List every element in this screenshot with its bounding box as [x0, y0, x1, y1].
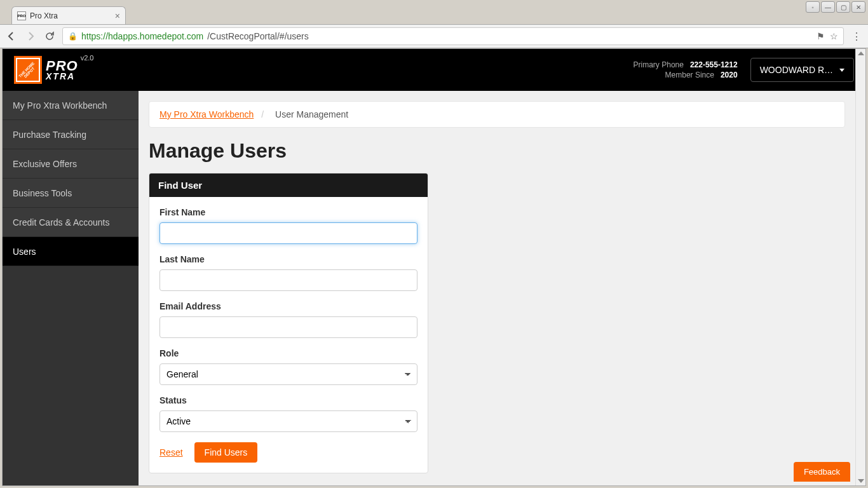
reload-button[interactable] — [43, 30, 56, 43]
forward-button[interactable] — [24, 30, 37, 43]
primary-phone-value: 222-555-1212 — [690, 60, 738, 69]
sidebar-item-label: My Pro Xtra Workbench — [13, 100, 107, 111]
breadcrumb-current: User Management — [275, 109, 348, 119]
breadcrumb-root-link[interactable]: My Pro Xtra Workbench — [159, 109, 254, 119]
address-bar-row: 🔒 https://hdapps.homedepot.com/CustRecog… — [0, 24, 868, 48]
reset-link[interactable]: Reset — [159, 447, 183, 458]
feedback-button[interactable]: Feedback — [794, 462, 850, 482]
email-label: Email Address — [159, 301, 417, 311]
sidebar-item-exclusive-offers[interactable]: Exclusive Offers — [3, 149, 139, 179]
logo[interactable]: THE HOME DEPOT PRO XTRA — [14, 56, 78, 84]
first-name-label: First Name — [159, 207, 417, 217]
main-content: My Pro Xtra Workbench / User Management … — [139, 91, 855, 485]
chevron-down-icon — [839, 69, 844, 72]
sidebar-item-label: Credit Cards & Accounts — [13, 217, 110, 227]
browser-menu-button[interactable]: ⋮ — [850, 30, 863, 43]
email-input[interactable] — [159, 316, 417, 338]
browser-tab[interactable]: PRO Pro Xtra × — [11, 6, 126, 24]
card-header: Find User — [149, 173, 428, 197]
breadcrumb-separator: / — [261, 109, 264, 119]
sidebar-item-workbench[interactable]: My Pro Xtra Workbench — [3, 91, 139, 120]
sidebar-item-business-tools[interactable]: Business Tools — [3, 179, 139, 208]
browser-window: ◦ — ▢ ✕ PRO Pro Xtra × 🔒 https://hdapps.… — [0, 0, 868, 488]
role-select[interactable]: General — [159, 363, 417, 385]
last-name-label: Last Name — [159, 254, 417, 264]
version-label: v2.0 — [81, 54, 94, 62]
url-host: https://hdapps.homedepot.com — [81, 31, 203, 41]
minimize-button[interactable]: — — [821, 1, 835, 13]
vertical-scrollbar[interactable] — [855, 49, 865, 485]
primary-phone-label: Primary Phone — [634, 60, 684, 69]
lock-icon: 🔒 — [68, 32, 78, 41]
sidebar-item-purchase-tracking[interactable]: Purchase Tracking — [3, 120, 139, 149]
page-title: Manage Users — [149, 139, 845, 163]
sidebar-item-label: Users — [13, 247, 36, 257]
first-name-input[interactable] — [159, 222, 417, 244]
close-tab-icon[interactable]: × — [115, 11, 120, 21]
member-since-value: 2020 — [721, 71, 738, 79]
viewport: THE HOME DEPOT PRO XTRA v2.0 Primary Pho… — [2, 48, 866, 486]
back-button[interactable] — [5, 30, 18, 43]
url-path: /CustRecogPortal/#/users — [207, 31, 309, 41]
app-header: THE HOME DEPOT PRO XTRA v2.0 Primary Pho… — [3, 49, 865, 91]
status-label: Status — [159, 395, 417, 405]
tab-title: Pro Xtra — [30, 11, 58, 20]
sidebar-item-label: Purchase Tracking — [13, 130, 86, 140]
account-name: WOODWARD R… — [760, 65, 833, 75]
sidebar-item-users[interactable]: Users — [3, 237, 139, 266]
sidebar-item-credit-cards[interactable]: Credit Cards & Accounts — [3, 208, 139, 237]
site-info-icon[interactable]: ⚑ — [817, 31, 825, 41]
find-user-card: Find User First Name Last Name Email Add… — [149, 173, 428, 473]
header-account-info: Primary Phone 222-555-1212 Member Since … — [634, 59, 738, 81]
user-icon[interactable]: ◦ — [806, 1, 820, 13]
member-since-label: Member Since — [665, 71, 714, 79]
address-bar[interactable]: 🔒 https://hdapps.homedepot.com/CustRecog… — [62, 27, 844, 45]
home-depot-logo-icon: THE HOME DEPOT — [14, 56, 42, 84]
favicon-icon: PRO — [17, 11, 26, 20]
last-name-input[interactable] — [159, 269, 417, 291]
status-select[interactable]: Active — [159, 410, 417, 432]
sidebar-item-label: Exclusive Offers — [13, 159, 77, 169]
pro-xtra-wordmark: PRO XTRA — [46, 60, 78, 80]
close-window-button[interactable]: ✕ — [851, 1, 865, 13]
bookmark-icon[interactable]: ☆ — [830, 31, 838, 41]
maximize-button[interactable]: ▢ — [836, 1, 850, 13]
role-label: Role — [159, 348, 417, 358]
find-users-button[interactable]: Find Users — [194, 442, 258, 463]
sidebar: My Pro Xtra Workbench Purchase Tracking … — [3, 91, 139, 485]
breadcrumb: My Pro Xtra Workbench / User Management — [149, 101, 845, 128]
account-dropdown[interactable]: WOODWARD R… — [750, 58, 854, 82]
window-controls: ◦ — ▢ ✕ — [806, 1, 865, 13]
tab-bar: PRO Pro Xtra × — [0, 0, 868, 24]
sidebar-item-label: Business Tools — [13, 188, 72, 198]
